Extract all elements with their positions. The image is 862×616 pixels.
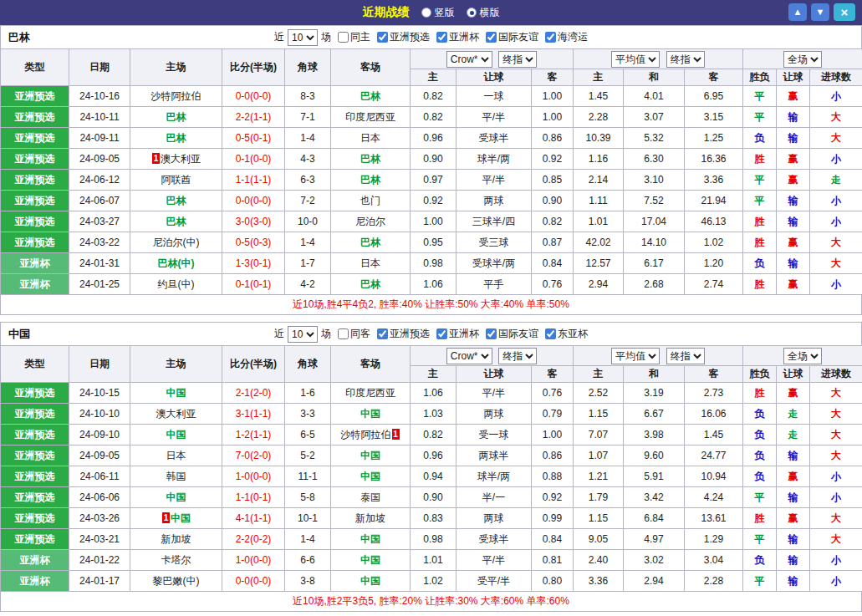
avg-away-cell: 24.77 bbox=[685, 445, 743, 466]
radio-circle-icon[interactable] bbox=[421, 8, 431, 18]
same-side-filter[interactable]: 同主 bbox=[331, 30, 370, 44]
col-header: 比分(半场) bbox=[222, 346, 285, 383]
handicap-line-cell: 球半/两 bbox=[457, 466, 532, 487]
competition-checkbox[interactable] bbox=[436, 32, 447, 43]
competition-filter[interactable]: 海湾运 bbox=[538, 30, 588, 44]
handicap-away-odds-cell: 0.88 bbox=[532, 466, 574, 487]
handicap-result-cell: 输 bbox=[777, 550, 810, 571]
match-row: 亚洲杯24-01-17黎巴嫩(中)0-0(0-0)3-8中国1.02受平/半0.… bbox=[1, 571, 862, 592]
match-type-cell: 亚洲预选 bbox=[1, 107, 69, 128]
handicap-odds-group-header: Crow* 终指 bbox=[411, 49, 574, 69]
odds-source-select[interactable]: Crow* bbox=[446, 51, 492, 68]
away-team-cell: 中国 bbox=[331, 571, 411, 592]
match-type-cell: 亚洲预选 bbox=[1, 466, 69, 487]
match-row: 亚洲预选24-06-06中国1-1(0-1)5-8泰国0.90半/一0.921.… bbox=[1, 487, 862, 508]
away-team-cell: 中国 bbox=[331, 404, 411, 425]
home-team-cell: 新加坡 bbox=[130, 529, 222, 550]
subcol-header: 客 bbox=[685, 366, 743, 383]
match-date-cell: 24-03-26 bbox=[69, 508, 130, 529]
competition-filter[interactable]: 国际友谊 bbox=[479, 30, 538, 44]
scope-select[interactable]: 全场 bbox=[783, 348, 822, 364]
competition-checkbox[interactable] bbox=[486, 328, 497, 339]
corners-cell: 5-8 bbox=[285, 487, 331, 508]
handicap-away-odds-cell: 0.76 bbox=[532, 274, 574, 295]
avg-time-select[interactable]: 终指 bbox=[666, 51, 705, 68]
same-side-filter[interactable]: 同客 bbox=[331, 327, 370, 341]
col-header: 类型 bbox=[1, 346, 69, 383]
match-row: 亚洲预选24-09-05日本7-0(2-0)5-2中国0.96两球半0.861.… bbox=[1, 445, 862, 466]
handicap-line-cell: 两球半 bbox=[457, 445, 532, 466]
competition-label: 亚洲杯 bbox=[449, 30, 479, 44]
competition-checkbox[interactable] bbox=[436, 328, 447, 339]
avg-home-cell: 12.57 bbox=[574, 253, 624, 274]
competition-filter[interactable]: 亚洲预选 bbox=[370, 30, 430, 44]
handicap-home-odds-cell: 0.83 bbox=[411, 508, 457, 529]
col-header: 主场 bbox=[130, 49, 222, 86]
competition-checkbox[interactable] bbox=[377, 328, 388, 339]
win-draw-loss-cell: 平 bbox=[743, 86, 777, 107]
handicap-line-cell: 平手 bbox=[457, 274, 532, 295]
avg-home-cell: 1.79 bbox=[574, 487, 624, 508]
match-type-cell: 亚洲预选 bbox=[1, 191, 69, 211]
match-date-cell: 24-01-25 bbox=[69, 274, 130, 295]
summary-text: 近10场,胜2平3负5, 胜率:20% 让胜率:30% 大率:60% 单率:60… bbox=[293, 594, 569, 608]
same-side-checkbox[interactable] bbox=[338, 32, 349, 43]
handicap-away-odds-cell: 0.86 bbox=[532, 445, 574, 466]
match-type-cell: 亚洲杯 bbox=[1, 571, 69, 592]
subcol-header: 主 bbox=[574, 69, 624, 86]
score-cell: 1-0(0-0) bbox=[222, 466, 285, 487]
odds-time-select[interactable]: 终指 bbox=[498, 348, 537, 364]
competition-label: 亚洲预选 bbox=[390, 30, 430, 44]
competition-checkbox[interactable] bbox=[545, 32, 556, 43]
handicap-result-cell: 输 bbox=[777, 128, 810, 149]
competition-label: 国际友谊 bbox=[498, 327, 538, 341]
handicap-line-cell: 平/半 bbox=[457, 383, 532, 404]
radio-vertical-layout[interactable]: 竖版 bbox=[421, 6, 455, 20]
match-count-select[interactable]: 10 bbox=[288, 326, 318, 343]
corners-cell: 10-1 bbox=[285, 508, 331, 529]
scroll-down-button[interactable]: ▼ bbox=[811, 3, 829, 21]
avg-time-select[interactable]: 终指 bbox=[666, 348, 705, 364]
score-cell: 0-0(0-0) bbox=[222, 86, 285, 107]
corners-cell: 6-6 bbox=[285, 550, 331, 571]
competition-checkbox[interactable] bbox=[486, 32, 497, 43]
avg-home-cell: 7.07 bbox=[574, 425, 624, 445]
subcol-header: 让球 bbox=[457, 366, 532, 383]
competition-filter[interactable]: 亚洲预选 bbox=[370, 327, 430, 341]
avg-source-select[interactable]: 平均值 bbox=[611, 51, 660, 68]
same-side-checkbox[interactable] bbox=[338, 328, 349, 339]
handicap-result-cell: 赢 bbox=[777, 466, 810, 487]
avg-source-select[interactable]: 平均值 bbox=[611, 348, 660, 364]
close-button[interactable]: × bbox=[834, 3, 855, 21]
home-team-cell: 阿联酋 bbox=[130, 170, 222, 191]
handicap-result-cell: 走 bbox=[777, 404, 810, 425]
match-count-select[interactable]: 10 bbox=[288, 29, 318, 46]
competition-filter[interactable]: 亚洲杯 bbox=[430, 327, 479, 341]
competition-filter[interactable]: 亚洲杯 bbox=[430, 30, 479, 44]
scroll-up-button[interactable]: ▲ bbox=[788, 3, 807, 21]
avg-draw-cell: 4.97 bbox=[624, 529, 685, 550]
handicap-away-odds-cell: 0.99 bbox=[532, 508, 574, 529]
odds-source-select[interactable]: Crow* bbox=[446, 348, 492, 364]
radio-horizontal-layout[interactable]: 横版 bbox=[467, 6, 500, 20]
match-type-cell: 亚洲预选 bbox=[1, 170, 69, 191]
home-team-cell: 巴林(中) bbox=[130, 253, 222, 274]
avg-home-cell: 42.02 bbox=[574, 232, 624, 253]
subcol-header: 让球 bbox=[777, 69, 810, 86]
radio-circle-checked-icon[interactable] bbox=[467, 8, 477, 18]
goals-result-cell: 小 bbox=[810, 86, 862, 107]
scope-select[interactable]: 全场 bbox=[783, 51, 822, 68]
subcol-header: 和 bbox=[624, 69, 685, 86]
filter-bar: 中国 近 10 场 同客 亚洲预选亚洲杯国际友谊东亚杯 bbox=[0, 322, 862, 345]
competition-checkbox[interactable] bbox=[545, 328, 556, 339]
filter-bar: 巴林 近 10 场 同主 亚洲预选亚洲杯国际友谊海湾运 bbox=[0, 25, 862, 48]
odds-time-select[interactable]: 终指 bbox=[498, 51, 537, 68]
handicap-home-odds-cell: 1.06 bbox=[411, 383, 457, 404]
handicap-line-cell: 受一球 bbox=[457, 425, 532, 445]
competition-filter[interactable]: 东亚杯 bbox=[538, 327, 588, 341]
competition-checkbox[interactable] bbox=[377, 32, 388, 43]
corners-cell: 6-3 bbox=[285, 170, 331, 191]
competition-filter[interactable]: 国际友谊 bbox=[479, 327, 538, 341]
match-row: 亚洲预选24-03-27巴林3-0(3-0)10-0尼泊尔1.00三球半/四0.… bbox=[1, 211, 862, 232]
match-type-cell: 亚洲杯 bbox=[1, 274, 69, 295]
